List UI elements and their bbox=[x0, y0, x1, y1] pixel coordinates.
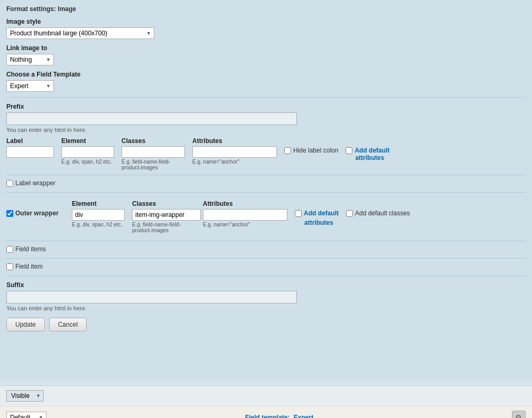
visible-select[interactable]: Visible Hidden bbox=[6, 390, 44, 402]
outer-attributes-input[interactable] bbox=[203, 209, 287, 221]
outer-wrapper-checkbox[interactable] bbox=[6, 210, 13, 217]
add-default-row: Add default bbox=[346, 147, 389, 154]
cancel-button[interactable]: Cancel bbox=[49, 318, 87, 331]
main-panel: Format settings: Image Image style Produ… bbox=[0, 0, 532, 380]
field-item-checkbox-row: Field item bbox=[6, 263, 526, 270]
prefix-section: Prefix You can enter any html in here. bbox=[6, 103, 526, 133]
outer-element-eg-text: E.g. div, span, h2 etc. bbox=[72, 222, 125, 227]
update-button[interactable]: Update bbox=[6, 318, 45, 331]
divider-4 bbox=[6, 241, 526, 241]
suffix-input[interactable] bbox=[6, 291, 297, 303]
label-col: Label bbox=[6, 137, 54, 158]
field-template-select[interactable]: Expert Basic Advanced bbox=[6, 80, 54, 92]
field-item-checkbox[interactable] bbox=[6, 263, 13, 270]
element-col-label: Element bbox=[61, 137, 114, 145]
footer-bar: Default Option 1 Option 2 Field template… bbox=[0, 406, 532, 418]
outer-add-default-attributes-checkbox[interactable] bbox=[295, 210, 302, 217]
format-settings-title: Format settings: Image bbox=[6, 5, 526, 13]
outer-wrapper-label: Outer wrapper bbox=[15, 210, 59, 217]
outer-classes-col: Classes E.g. field-name-field-product-im… bbox=[132, 200, 195, 233]
prefix-label: Prefix bbox=[6, 103, 526, 110]
field-items-checkbox-row: Field items bbox=[6, 245, 526, 253]
bottom-bar: Visible Hidden bbox=[0, 385, 532, 406]
button-row: Update Cancel bbox=[6, 318, 526, 331]
outer-element-input[interactable] bbox=[72, 209, 125, 221]
attributes-eg-text: E.g. name="anchor" bbox=[192, 159, 256, 165]
visible-select-wrapper: Visible Hidden bbox=[6, 390, 44, 402]
field-template-label: Choose a Field Template bbox=[6, 71, 526, 78]
field-item-label: Field item bbox=[15, 263, 43, 270]
footer-template-value: Expert bbox=[294, 414, 313, 418]
outer-classes-col-label: Classes bbox=[132, 200, 195, 207]
label-wrapper-row: Label wrapper bbox=[6, 179, 526, 187]
suffix-hint: You can enter any html in here. bbox=[6, 305, 526, 311]
checkbox-col: Hide label colon bbox=[284, 137, 338, 154]
image-style-select[interactable]: Product thumbnail large (400x700) Produc… bbox=[6, 27, 154, 39]
classes-col: Classes E.g. field-name-field-product-im… bbox=[122, 137, 185, 170]
divider-6 bbox=[6, 276, 526, 276]
link-image-row: Link image to Nothing Content File bbox=[6, 44, 526, 65]
outer-wrapper-checkbox-label: Outer wrapper bbox=[6, 200, 64, 217]
outer-add-default-classes-label: Add default classes bbox=[355, 210, 410, 217]
label-wrapper-checkbox[interactable] bbox=[6, 180, 13, 187]
hide-label-colon-checkbox[interactable] bbox=[284, 147, 291, 154]
label-col-label: Label bbox=[6, 137, 54, 145]
footer-default-select[interactable]: Default Option 1 Option 2 bbox=[6, 412, 46, 418]
label-wrapper-label: Label wrapper bbox=[15, 179, 55, 187]
element-input[interactable] bbox=[61, 146, 114, 158]
classes-col-label: Classes bbox=[122, 137, 185, 145]
gear-icon: ⚙ bbox=[515, 413, 522, 418]
divider-2 bbox=[6, 175, 526, 175]
outer-add-default-col: Add default attributes bbox=[295, 200, 339, 226]
footer-default-select-wrapper: Default Option 1 Option 2 bbox=[6, 412, 46, 418]
image-style-select-wrapper: Product thumbnail large (400x700) Produc… bbox=[6, 27, 154, 39]
divider-5 bbox=[6, 258, 526, 259]
add-default-checkbox[interactable] bbox=[346, 147, 352, 154]
outer-add-default-attributes-row: Add default bbox=[295, 210, 339, 217]
suffix-label: Suffix bbox=[6, 281, 526, 289]
field-items-checkbox[interactable] bbox=[6, 246, 13, 253]
attributes-col-label: Attributes bbox=[192, 137, 277, 145]
footer-template-label: Field template: bbox=[245, 414, 290, 418]
classes-input[interactable] bbox=[122, 146, 185, 158]
field-item-row: Field item bbox=[6, 263, 526, 270]
link-image-select-wrapper: Nothing Content File bbox=[6, 54, 54, 65]
outer-add-default-attributes-label: Add default bbox=[304, 210, 339, 217]
footer-left: Default Option 1 Option 2 bbox=[6, 412, 46, 418]
add-default-label: Add default bbox=[354, 147, 389, 154]
divider-3 bbox=[6, 192, 526, 193]
image-style-row: Image style Product thumbnail large (400… bbox=[6, 18, 526, 39]
label-wrapper-checkbox-row: Label wrapper bbox=[6, 179, 526, 187]
link-image-select[interactable]: Nothing Content File bbox=[6, 54, 54, 65]
field-items-label: Field items bbox=[15, 245, 46, 253]
outer-add-default-classes-checkbox[interactable] bbox=[346, 210, 353, 217]
outer-classes-input[interactable] bbox=[132, 209, 201, 221]
field-template-select-wrapper: Expert Basic Advanced bbox=[6, 80, 54, 92]
hide-label-colon-label: Hide label colon bbox=[293, 147, 338, 154]
outer-attributes-col: Attributes E.g. name="anchor" bbox=[203, 200, 287, 227]
gear-button[interactable]: ⚙ bbox=[512, 411, 526, 418]
suffix-section: Suffix You can enter any html in here. bbox=[6, 281, 526, 311]
outer-add-default-classes-col: Add default classes bbox=[346, 200, 410, 217]
divider-1 bbox=[6, 97, 526, 98]
outer-element-col: Element E.g. div, span, h2 etc. bbox=[72, 200, 125, 227]
field-items-row: Field items bbox=[6, 245, 526, 253]
field-template-row: Choose a Field Template Expert Basic Adv… bbox=[6, 71, 526, 92]
label-input[interactable] bbox=[6, 146, 54, 158]
prefix-input[interactable] bbox=[6, 112, 297, 125]
attributes-input[interactable] bbox=[192, 146, 277, 158]
link-image-label: Link image to bbox=[6, 44, 526, 52]
element-col: Element E.g. div, span, h2 etc. bbox=[61, 137, 114, 165]
format-settings-label: Format settings: bbox=[6, 5, 56, 13]
outer-add-default-classes-row: Add default classes bbox=[346, 210, 410, 217]
outer-classes-eg-text: E.g. field-name-field-product-images bbox=[132, 222, 195, 233]
fields-grid: Label Element E.g. div, span, h2 etc. Cl… bbox=[6, 137, 526, 170]
image-style-label: Image style bbox=[6, 18, 526, 25]
outer-attributes-eg-text: E.g. name="anchor" bbox=[203, 222, 266, 227]
element-eg-text: E.g. div, span, h2 etc. bbox=[61, 159, 114, 165]
outer-attributes-sublabel: attributes bbox=[304, 219, 339, 226]
prefix-hint: You can enter any html in here. bbox=[6, 127, 526, 133]
outer-wrapper-row: Outer wrapper Element E.g. div, span, h2… bbox=[6, 197, 526, 236]
hide-label-colon-row: Hide label colon bbox=[284, 147, 338, 154]
classes-eg-text: E.g. field-name-field-product-images bbox=[122, 159, 185, 170]
